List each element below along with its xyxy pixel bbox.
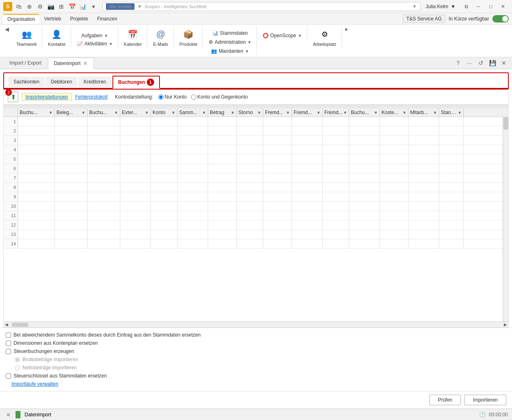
grid-cell[interactable]	[292, 183, 323, 192]
grid-cell[interactable]	[349, 136, 380, 145]
col-header-b[interactable]: Beleg...▼	[55, 108, 88, 117]
grid-cell[interactable]	[409, 211, 439, 220]
grid-cell[interactable]	[409, 183, 439, 192]
radio-konto-gegenkonto-input[interactable]	[191, 94, 196, 100]
grid-cell[interactable]	[323, 239, 349, 248]
aktivitaeten-button[interactable]: 📈 Aktivitäten ▼	[74, 40, 115, 47]
grid-cell[interactable]	[208, 192, 237, 201]
col-header-n[interactable]: Mitarb...▼	[409, 108, 439, 117]
col-header-k[interactable]: Fremd...▼	[323, 108, 349, 117]
grid-cell[interactable]	[292, 164, 323, 173]
sammelkonto-checkbox[interactable]	[6, 332, 11, 338]
grid-cell[interactable]	[120, 136, 151, 145]
hscroll-thumb[interactable]	[12, 323, 28, 327]
grid-cell[interactable]	[439, 145, 464, 154]
window-minimize-icon[interactable]: ─	[473, 2, 484, 11]
grid-cell[interactable]	[55, 230, 88, 239]
grid-cell[interactable]	[18, 136, 55, 145]
grid-cell[interactable]	[208, 183, 237, 192]
kontakte-button[interactable]: 👤 Kontakte	[45, 26, 68, 48]
grid-cell[interactable]	[55, 211, 88, 220]
grid-cell[interactable]	[120, 230, 151, 239]
search-input-placeholder[interactable]: Scopen - Intelligentes Suchfeld	[144, 4, 410, 9]
tab-more-icon[interactable]: ···	[465, 58, 474, 68]
grid-cell[interactable]	[151, 117, 177, 126]
grid-cell[interactable]	[151, 126, 177, 135]
grid-cell[interactable]	[120, 173, 151, 182]
importieren-button[interactable]: Importieren	[464, 395, 506, 405]
availability-toggle[interactable]	[492, 15, 509, 22]
grid-cell[interactable]	[409, 117, 439, 126]
user-arrow[interactable]: ▼	[451, 4, 456, 9]
grid-cell[interactable]	[55, 183, 88, 192]
grid-cell[interactable]	[18, 220, 55, 229]
grid-cell[interactable]	[120, 239, 151, 248]
table-row[interactable]: 10	[4, 202, 508, 211]
aufgaben-button[interactable]: Aufgaben ▼	[79, 32, 110, 39]
grid-cell[interactable]	[409, 173, 439, 182]
grid-cell[interactable]	[237, 239, 263, 248]
hscroll-track[interactable]	[10, 323, 502, 327]
grid-cell[interactable]	[237, 173, 263, 182]
grid-cell[interactable]	[380, 136, 409, 145]
grid-cell[interactable]	[88, 230, 120, 239]
grid-cell[interactable]	[18, 192, 55, 201]
grid-cell[interactable]	[349, 211, 380, 220]
grid-cell[interactable]	[292, 239, 323, 248]
table-row[interactable]: 1	[4, 117, 508, 126]
grid-cell[interactable]	[380, 202, 409, 211]
teamwork-button[interactable]: 👥 Teamwork	[14, 26, 39, 48]
grid-cell[interactable]	[88, 173, 120, 182]
grid-cell[interactable]	[177, 126, 208, 135]
grid-cell[interactable]	[237, 220, 263, 229]
grid-cell[interactable]	[208, 173, 237, 182]
grid-cell[interactable]	[380, 192, 409, 201]
grid-cell[interactable]	[208, 164, 237, 173]
produkte-button[interactable]: 📦 Produkte	[177, 26, 200, 48]
steuerschluessel-checkbox[interactable]	[6, 373, 11, 379]
grid-cell[interactable]	[18, 211, 55, 220]
grid-cell[interactable]	[439, 155, 464, 164]
grid-cell[interactable]	[18, 126, 55, 135]
stammdaten-button[interactable]: 📊 Stammdaten	[210, 29, 250, 37]
importlaeufe-link[interactable]: Importläufe verwalten	[11, 381, 506, 387]
col-header-e[interactable]: Konto▼	[151, 108, 177, 117]
grid-cell[interactable]	[439, 136, 464, 145]
emails-button[interactable]: @ E-Mails	[150, 26, 171, 48]
grid-cell[interactable]	[439, 202, 464, 211]
grid-icon[interactable]: ⊞	[57, 2, 65, 11]
dropdown-icon[interactable]: ▾	[89, 2, 97, 11]
grid-cell[interactable]	[88, 126, 120, 135]
grid-cell[interactable]	[120, 192, 151, 201]
grid-cell[interactable]	[380, 173, 409, 182]
grid-cell[interactable]	[323, 192, 349, 201]
grid-cell[interactable]	[18, 145, 55, 154]
table-row[interactable]: 8	[4, 183, 508, 192]
mandanten-button[interactable]: 👥 Mandanten ▼	[209, 47, 252, 55]
search-scope[interactable]: Alle Inhalte	[106, 3, 135, 10]
grid-cell[interactable]	[55, 136, 88, 145]
grid-cell[interactable]	[18, 202, 55, 211]
grid-cell[interactable]	[323, 173, 349, 182]
grid-cell[interactable]	[55, 239, 88, 248]
grid-cell[interactable]	[263, 173, 292, 182]
grid-cell[interactable]	[208, 239, 237, 248]
grid-cell[interactable]	[88, 202, 120, 211]
grid-cell[interactable]	[439, 211, 464, 220]
grid-cell[interactable]	[323, 202, 349, 211]
administration-button[interactable]: ⚙ Administration ▼	[206, 38, 254, 46]
grid-cell[interactable]	[349, 183, 380, 192]
radio-nur-konto-input[interactable]	[158, 94, 164, 100]
col-header-f[interactable]: Samm...▼	[177, 108, 208, 117]
grid-cell[interactable]	[292, 202, 323, 211]
table-row[interactable]: 5	[4, 155, 508, 164]
grid-cell[interactable]	[88, 136, 120, 145]
grid-cell[interactable]	[208, 220, 237, 229]
grid-cell[interactable]	[177, 173, 208, 182]
table-row[interactable]: 3	[4, 136, 508, 145]
tab-help-icon[interactable]: ?	[453, 58, 463, 68]
grid-cell[interactable]	[88, 239, 120, 248]
grid-cell[interactable]	[292, 136, 323, 145]
menu-vertrieb[interactable]: Vertrieb	[40, 14, 65, 23]
tab-save-icon[interactable]: 💾	[487, 58, 497, 68]
